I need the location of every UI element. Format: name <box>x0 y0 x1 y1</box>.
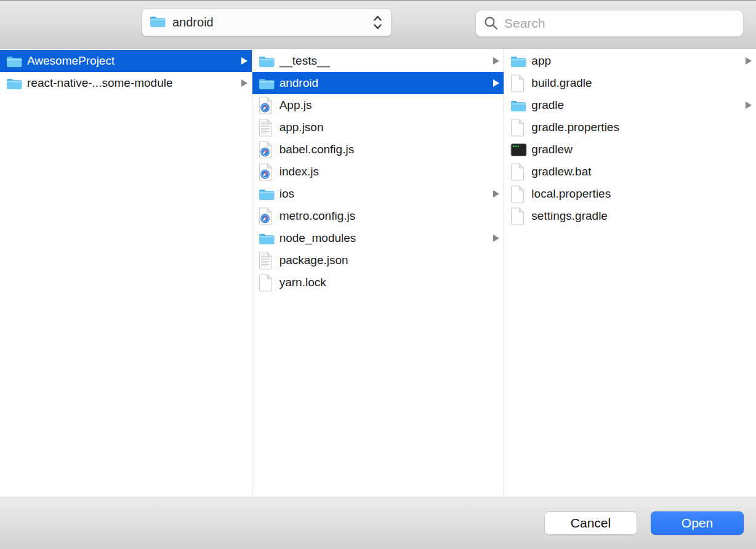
document-icon <box>510 74 531 92</box>
folder-icon <box>150 15 166 30</box>
file-name: babel.config.js <box>279 143 354 156</box>
document-icon <box>510 185 531 203</box>
file-row[interactable]: react-native-...some-module <box>0 72 252 94</box>
document-icon <box>510 163 531 181</box>
open-file-dialog: android AwesomeProjectreact-native-...so… <box>0 0 756 549</box>
folder-icon <box>259 55 279 68</box>
file-row[interactable]: app.json <box>252 116 504 138</box>
file-row[interactable]: node_modules <box>252 227 504 249</box>
updown-chevrons-icon <box>373 14 382 31</box>
text-document-icon <box>259 252 279 270</box>
file-name: package.json <box>279 254 348 267</box>
file-name: App.js <box>279 98 312 112</box>
document-icon <box>510 119 531 137</box>
file-name: AwesomeProject <box>27 54 115 68</box>
file-row[interactable]: android <box>252 72 504 94</box>
folder-icon <box>259 77 279 90</box>
js-file-icon <box>259 97 279 114</box>
browser-column-1[interactable]: AwesomeProjectreact-native-...some-modul… <box>0 49 252 497</box>
document-icon <box>510 207 531 225</box>
file-row[interactable]: AwesomeProject <box>0 50 252 72</box>
chevron-right-icon <box>746 57 752 65</box>
file-row[interactable]: gradlew.bat <box>504 161 756 183</box>
folder-icon <box>259 188 279 201</box>
file-name: __tests__ <box>279 54 330 68</box>
file-row[interactable]: gradle <box>504 94 756 116</box>
folder-icon <box>510 55 531 68</box>
chevron-right-icon <box>493 234 499 242</box>
file-name: node_modules <box>279 231 356 245</box>
file-name: gradlew.bat <box>531 165 591 178</box>
column-browser: AwesomeProjectreact-native-...some-modul… <box>0 49 756 497</box>
chevron-right-icon <box>746 102 752 109</box>
file-name: android <box>279 76 318 90</box>
browser-column-3[interactable]: appbuild.gradlegradlegradle.propertiesgr… <box>504 49 756 497</box>
file-name: settings.gradle <box>531 209 608 223</box>
search-input[interactable] <box>475 10 744 37</box>
file-row[interactable]: build.gradle <box>504 72 756 94</box>
chevron-right-icon <box>493 57 499 65</box>
chevron-right-icon <box>241 57 247 65</box>
file-name: gradlew <box>531 143 573 156</box>
text-document-icon <box>259 119 279 137</box>
js-file-icon <box>259 207 279 225</box>
file-name: app <box>531 54 551 68</box>
folder-icon <box>510 99 531 112</box>
file-name: build.gradle <box>531 76 592 90</box>
file-row[interactable]: local.properties <box>504 183 756 205</box>
toolbar: android <box>0 0 756 49</box>
js-file-icon <box>259 141 279 159</box>
file-row[interactable]: __tests__ <box>252 50 504 72</box>
file-name: metro.config.js <box>279 209 356 223</box>
chevron-right-icon <box>241 79 247 87</box>
file-name: gradle <box>531 98 564 112</box>
file-row[interactable]: babel.config.js <box>252 138 504 161</box>
file-row[interactable]: package.json <box>252 249 504 271</box>
footer-bar: Cancel Open <box>0 497 756 549</box>
file-row[interactable]: index.js <box>252 161 504 183</box>
location-label: android <box>172 15 214 30</box>
location-dropdown[interactable]: android <box>142 9 392 36</box>
file-name: gradle.properties <box>531 121 619 134</box>
file-row[interactable]: ios <box>252 183 504 205</box>
open-button[interactable]: Open <box>651 511 744 535</box>
folder-icon <box>6 55 27 68</box>
file-row[interactable]: app <box>504 50 756 72</box>
file-name: ios <box>279 187 294 201</box>
file-row[interactable]: gradlew <box>504 138 756 161</box>
file-row[interactable]: App.js <box>252 94 504 116</box>
executable-script-icon <box>510 143 531 157</box>
document-icon <box>259 274 279 292</box>
file-name: react-native-...some-module <box>27 76 173 90</box>
cancel-button[interactable]: Cancel <box>544 511 637 535</box>
folder-icon <box>259 232 279 245</box>
chevron-right-icon <box>493 79 499 87</box>
file-name: yarn.lock <box>279 276 326 289</box>
file-name: index.js <box>279 165 319 178</box>
file-row[interactable]: yarn.lock <box>252 271 504 294</box>
search-field <box>475 10 744 37</box>
file-row[interactable]: metro.config.js <box>252 205 504 227</box>
file-row[interactable]: settings.gradle <box>504 205 756 227</box>
chevron-right-icon <box>493 190 499 198</box>
file-name: app.json <box>279 121 324 134</box>
file-row[interactable]: gradle.properties <box>504 116 756 138</box>
browser-column-2[interactable]: __tests__androidApp.jsapp.jsonbabel.conf… <box>252 49 504 497</box>
file-name: local.properties <box>531 187 611 201</box>
folder-icon <box>6 77 27 90</box>
js-file-icon <box>259 163 279 181</box>
